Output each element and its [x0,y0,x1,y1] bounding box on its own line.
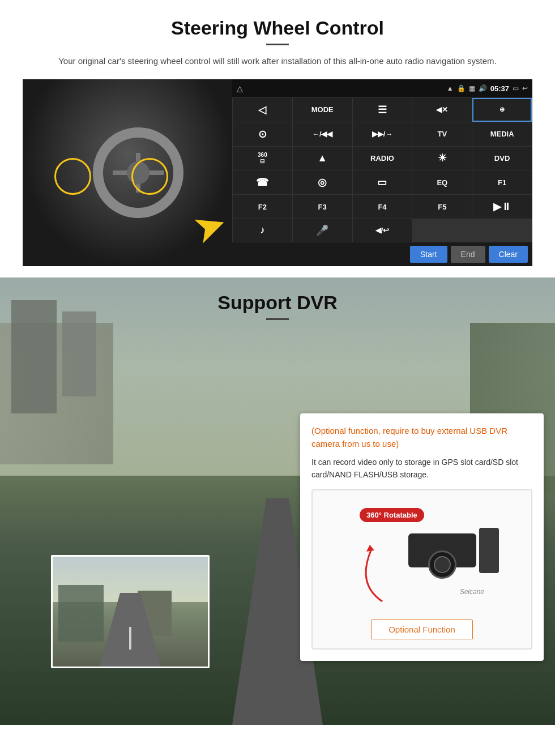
btn-vol-mute[interactable]: ◀✕ [412,98,472,122]
steering-title: Steering Wheel Control [23,17,532,39]
btn-nav[interactable]: ◁ [233,98,292,122]
steering-subtitle: Your original car's steering wheel contr… [45,54,510,68]
dvr-divider [266,318,289,320]
yellow-arrow: ➤ [186,198,232,253]
back-icon: ↩ [522,84,528,92]
wifi-icon: ▲ [447,84,454,92]
btn-360[interactable]: 360⊟ [233,147,292,170]
dvr-road-marking [129,627,131,650]
home-icon: △ [237,84,243,93]
dvr-optional-text: (Optional function, require to buy exter… [311,425,532,450]
dvr-camera-visual: 360° Rotatable Seicane [343,499,501,613]
btn-settings[interactable]: ⊙ [233,122,292,146]
start-button[interactable]: Start [410,246,447,263]
btn-next[interactable]: ▶▶/→ [353,122,412,146]
optional-function-button[interactable]: Optional Function [371,620,473,639]
rotation-arrow [354,539,388,607]
ui-bottom-bar: Start End Clear [232,242,532,266]
ui-statusbar: △ ▲ 🔒 ▦ 🔊 05:37 ▭ ↩ [232,79,532,97]
sim-icon: ▦ [469,84,475,92]
statusbar-left: △ [237,84,243,93]
steering-content: ➤ △ ▲ 🔒 ▦ 🔊 05:37 ▭ ↩ [23,79,532,266]
btn-eq[interactable]: EQ [412,170,472,194]
dvr-section: Support DVR (Optional function, require … [0,277,555,725]
clear-button[interactable]: Clear [489,246,528,263]
camera-lens [428,550,456,579]
ui-button-grid: ◁ MODE ☰ ◀✕ ⊕ ⊙ ←/◀◀ ▶▶/→ TV MEDIA 360⊟ … [232,97,532,242]
btn-tv[interactable]: TV [412,122,472,146]
highlight-circle-right [131,158,168,195]
btn-brightness[interactable]: ☀ [412,147,472,170]
dvr-desc-text: It can record video only to storage in G… [311,456,532,481]
btn-eject[interactable]: ▲ [293,147,352,170]
steering-divider [266,44,289,45]
watermark: Seicane [460,588,484,596]
lock-icon: 🔒 [457,84,466,92]
window-icon: ▭ [513,84,519,92]
statusbar-right: ▲ 🔒 ▦ 🔊 05:37 ▭ ↩ [447,84,528,93]
volume-icon: 🔊 [479,84,487,92]
btn-menu[interactable]: ☰ [353,98,412,122]
btn-prev[interactable]: ←/◀◀ [293,122,352,146]
btn-internet[interactable]: ◎ [293,170,352,194]
btn-play-pause[interactable]: ▶⏸ [472,195,532,219]
btn-dvd[interactable]: DVD [472,147,532,170]
btn-grid[interactable]: ⊕ [472,98,532,122]
dvr-title: Support DVR [0,292,555,314]
camera-assembly [408,533,476,567]
steering-bg: ➤ [23,79,232,266]
btn-radio[interactable]: RADIO [353,147,412,170]
btn-mode[interactable]: MODE [293,98,352,122]
ui-panel: △ ▲ 🔒 ▦ 🔊 05:37 ▭ ↩ ◁ MODE ☰ ◀✕ [232,79,532,266]
steering-image: ➤ [23,79,232,266]
end-button[interactable]: End [451,246,485,263]
dvr-small-building [58,585,104,642]
btn-phone[interactable]: ☎ [233,170,292,194]
status-time: 05:37 [490,84,509,93]
camera-lens-inner [434,556,451,573]
camera-mount [479,528,499,573]
badge-360: 360° Rotatable [360,508,424,522]
btn-f2[interactable]: F2 [233,195,292,219]
btn-f3[interactable]: F3 [293,195,352,219]
dvr-title-area: Support DVR [0,277,555,328]
btn-f5[interactable]: F5 [412,195,472,219]
btn-music[interactable]: ♪ [233,219,292,242]
svg-marker-0 [366,545,374,552]
btn-mirror[interactable]: ▭ [353,170,412,194]
highlight-circle-left [54,158,91,195]
btn-mic[interactable]: 🎤 [293,219,352,242]
dvr-info-card: (Optional function, require to buy exter… [300,413,544,661]
btn-vol-prev[interactable]: ◀/↩ [353,219,412,242]
dvr-small-image [51,555,210,668]
dvr-camera-box: 360° Rotatable Seicane [311,489,532,650]
steering-section: Steering Wheel Control Your original car… [0,0,555,277]
btn-f4[interactable]: F4 [353,195,412,219]
btn-media[interactable]: MEDIA [472,122,532,146]
btn-f1[interactable]: F1 [472,170,532,194]
